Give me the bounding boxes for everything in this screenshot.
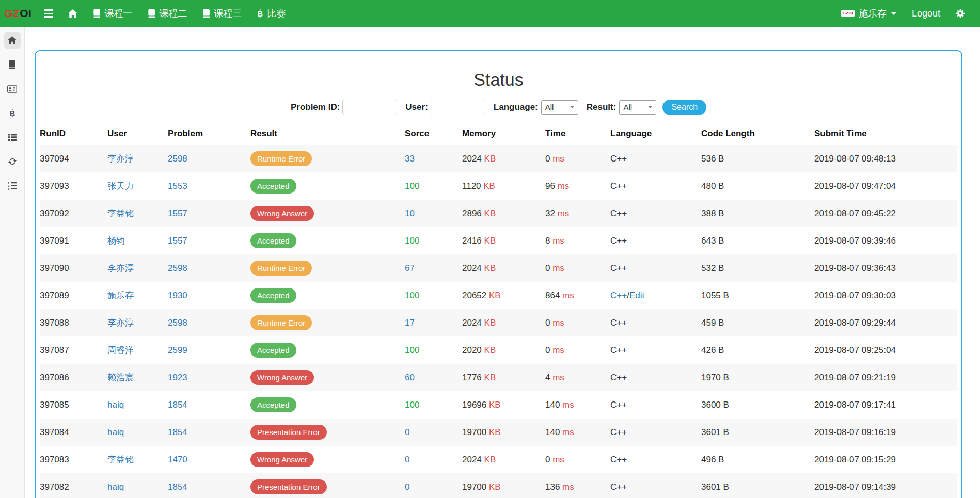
problem-link[interactable]: 1557	[168, 208, 187, 218]
problem-link[interactable]: 1553	[168, 181, 187, 191]
result-cell: Presentation Error	[250, 473, 405, 498]
language-select[interactable]: All	[541, 100, 578, 115]
result-badge[interactable]: Runtime Error	[250, 315, 312, 330]
result-badge[interactable]: Presentation Error	[250, 479, 327, 494]
result-select-value: All	[623, 103, 632, 111]
user-link[interactable]: 李亦淳	[107, 318, 134, 328]
user-menu[interactable]: GZOI 施乐存	[833, 0, 904, 27]
score-link[interactable]: 60	[405, 373, 415, 382]
result-badge[interactable]: Accepted	[250, 343, 296, 358]
nav-course-2[interactable]: 课程二	[140, 0, 195, 27]
logout-link[interactable]: Logout	[904, 0, 948, 27]
problem-link[interactable]: 1854	[168, 427, 187, 437]
user-input[interactable]	[431, 100, 485, 115]
sidebar-refresh-icon[interactable]	[4, 153, 21, 170]
select-caret-icon	[570, 106, 574, 108]
score-link[interactable]: 0	[405, 427, 409, 437]
result-badge[interactable]: Accepted	[250, 288, 296, 303]
settings-gear-icon[interactable]	[948, 0, 973, 27]
user-link[interactable]: 杨钧	[107, 236, 125, 246]
problem-id-input[interactable]	[342, 100, 397, 115]
sidebar-list-icon[interactable]	[4, 129, 21, 146]
nav-contest[interactable]: B 比赛	[249, 0, 293, 27]
user-link[interactable]: haiq	[107, 400, 124, 410]
result-cell: Runtime Error	[250, 145, 405, 172]
submit-time-cell: 2019-08-07 09:45:22	[814, 200, 957, 227]
problem-id-label: Problem ID:	[291, 102, 340, 113]
code-length-cell: 480 B	[701, 172, 814, 200]
nav-label: 课程三	[214, 7, 242, 20]
user-link[interactable]: haiq	[107, 427, 124, 437]
nav-home[interactable]	[60, 0, 85, 27]
result-badge[interactable]: Wrong Answer	[250, 206, 314, 221]
score-link[interactable]: 100	[405, 291, 419, 300]
col-memory: Memory	[462, 122, 545, 145]
chevron-down-icon	[891, 12, 896, 15]
score-link[interactable]: 17	[405, 318, 415, 328]
problem-link[interactable]: 2598	[168, 263, 187, 273]
problem-link[interactable]: 2598	[168, 318, 187, 328]
result-badge[interactable]: Wrong Answer	[250, 370, 314, 385]
user-link[interactable]: 李益铭	[107, 208, 134, 218]
result-badge[interactable]: Runtime Error	[250, 151, 312, 166]
result-badge[interactable]: Runtime Error	[250, 261, 312, 276]
sidebar-book-icon[interactable]	[4, 56, 21, 73]
language-select-value: All	[545, 103, 554, 111]
result-badge[interactable]: Accepted	[250, 179, 296, 194]
search-button[interactable]: Search	[662, 100, 706, 115]
sidebar-bitcoin-icon[interactable]: B	[4, 105, 21, 121]
problem-link[interactable]: 1854	[168, 400, 187, 410]
code-length-cell: 388 B	[701, 200, 814, 227]
user-link[interactable]: 李益铭	[107, 455, 134, 464]
submit-time-cell: 2019-08-07 09:21:19	[814, 364, 957, 391]
memory-cell: 1120 KB	[462, 172, 545, 200]
col-result: Result	[250, 122, 405, 145]
svg-text:3: 3	[8, 187, 10, 190]
memory-cell: 2020 KB	[462, 336, 545, 364]
problem-link[interactable]: 2598	[168, 154, 187, 164]
score-link[interactable]: 100	[405, 181, 419, 191]
nav-course-1[interactable]: 课程一	[85, 0, 140, 27]
problem-link[interactable]: 1854	[168, 482, 187, 492]
result-select[interactable]: All	[619, 100, 656, 115]
user-link[interactable]: 李亦淳	[107, 154, 134, 164]
score-link[interactable]: 33	[405, 154, 415, 164]
language-link[interactable]: C++	[610, 291, 627, 300]
user-link[interactable]: 施乐存	[107, 291, 134, 300]
result-badge[interactable]: Accepted	[250, 397, 296, 412]
score-link[interactable]: 100	[405, 400, 419, 410]
user-link[interactable]: 李亦淳	[107, 263, 134, 273]
problem-link[interactable]: 1930	[168, 291, 187, 300]
sidebar-ordered-list-icon[interactable]: 1 2 3	[4, 178, 21, 194]
score-link[interactable]: 10	[405, 208, 415, 218]
score-link[interactable]: 67	[405, 263, 415, 273]
score-link[interactable]: 0	[405, 482, 409, 492]
time-unit: ms	[552, 263, 564, 273]
memory-unit: KB	[489, 427, 501, 437]
score-link[interactable]: 0	[405, 455, 409, 464]
submit-time-cell: 2019-08-07 09:36:43	[814, 254, 957, 282]
sidebar-id-card-icon[interactable]	[4, 81, 21, 97]
sidebar-home-icon[interactable]	[4, 32, 21, 49]
score-link[interactable]: 100	[405, 236, 419, 246]
col-submit-time: Submit Time	[814, 122, 957, 145]
result-badge[interactable]: Presentation Error	[250, 425, 327, 440]
result-badge[interactable]: Accepted	[250, 233, 296, 248]
result-cell: Wrong Answer	[250, 364, 405, 391]
edit-link[interactable]: Edit	[629, 291, 644, 300]
problem-link[interactable]: 1557	[168, 236, 187, 246]
user-link[interactable]: 张天力	[107, 181, 134, 191]
user-link[interactable]: 周睿洋	[107, 345, 134, 355]
result-badge[interactable]: Wrong Answer	[250, 452, 314, 467]
problem-link[interactable]: 1470	[168, 455, 187, 464]
user-link[interactable]: 赖浩宸	[107, 373, 134, 382]
hamburger-menu-icon[interactable]	[37, 6, 60, 20]
brand-logo[interactable]: GZOI	[4, 7, 31, 20]
user-link[interactable]: haiq	[107, 482, 124, 492]
score-link[interactable]: 100	[405, 345, 419, 355]
problem-link[interactable]: 1923	[168, 373, 187, 382]
problem-cell: 1854	[168, 419, 250, 446]
problem-link[interactable]: 2599	[168, 345, 187, 355]
time-unit: ms	[552, 345, 564, 355]
nav-course-3[interactable]: 课程三	[195, 0, 249, 27]
